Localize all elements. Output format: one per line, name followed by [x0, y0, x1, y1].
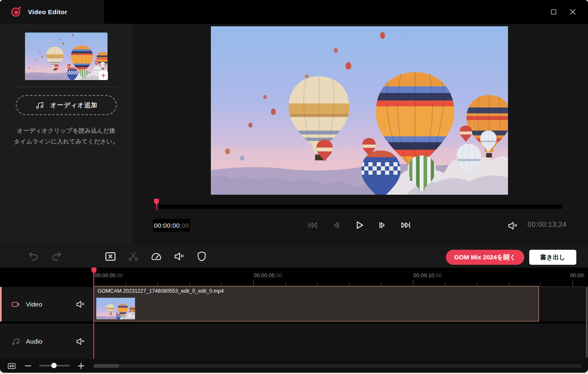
previous-frame-button[interactable]	[330, 219, 342, 231]
next-frame-icon	[377, 219, 388, 231]
sidebar-divider	[14, 87, 119, 87]
plus-icon	[77, 362, 85, 370]
timeline-clip[interactable]: GOMCAM 20231227_1746080553_edit_0_edit_0…	[94, 286, 539, 321]
timeline-zoom-slider[interactable]	[39, 365, 70, 366]
video-track-mute-button[interactable]	[75, 299, 86, 310]
play-button[interactable]	[353, 219, 365, 231]
preview-seek-bar[interactable]	[160, 205, 562, 209]
media-clip-thumbnail[interactable]	[25, 33, 108, 80]
clip-thumbnail	[96, 298, 135, 319]
timeline-vertical-scrollbar[interactable]	[586, 287, 588, 358]
undo-icon	[28, 250, 40, 263]
total-duration-display: 00:00:13;24	[528, 221, 567, 228]
media-sidebar: オーディオ追加 オーディオクリップを読み込んだ後 タイムラインに入れてみてくださ…	[0, 24, 133, 245]
add-audio-button[interactable]: オーディオ追加	[16, 95, 117, 115]
fit-to-width-button[interactable]	[6, 361, 17, 371]
preview-volume-button[interactable]	[507, 220, 518, 231]
app-title: Video Editor	[28, 8, 68, 16]
titlebar: Video Editor	[0, 0, 588, 24]
speaker-icon	[173, 250, 185, 263]
balloon-thumbnail-image	[25, 33, 108, 80]
clip-volume-button[interactable]	[173, 250, 185, 263]
close-button[interactable]	[563, 0, 582, 24]
skip-to-start-button[interactable]	[307, 219, 318, 231]
ruler-ticks-major	[94, 280, 588, 286]
zoom-out-button[interactable]	[24, 362, 32, 370]
redo-icon	[50, 250, 63, 263]
fit-to-width-icon	[6, 361, 17, 371]
speaker-icon	[507, 220, 519, 232]
playhead-pin-icon	[91, 267, 97, 274]
zoom-in-button[interactable]	[77, 362, 85, 370]
audio-hint-text: オーディオクリップを読み込んだ後 タイムラインに入れてみてください。	[0, 125, 133, 147]
timeline-playhead-line	[93, 272, 94, 359]
maximize-button[interactable]	[544, 0, 563, 24]
audio-track-header[interactable]: Audio	[0, 324, 94, 359]
music-notes-icon	[11, 336, 20, 346]
next-frame-button[interactable]	[377, 219, 388, 231]
audio-track-mute-button[interactable]	[75, 336, 86, 347]
audio-track-label: Audio	[26, 338, 43, 345]
remove-clip-button[interactable]	[104, 250, 117, 263]
ruler-label: 00:00:10;00	[413, 273, 442, 279]
open-gom-mix-button[interactable]: GOM Mix 2024を開く	[446, 250, 524, 265]
maximize-icon	[550, 8, 557, 15]
horizontal-scrollbar-thumb[interactable]	[93, 364, 119, 368]
speed-gauge-icon	[150, 250, 163, 263]
close-icon	[569, 8, 577, 16]
scissors-icon	[127, 250, 140, 263]
timeline-panel: 00:00:00;00 00:00:05;00 00:00:10;00 00:0…	[0, 268, 588, 359]
video-track-label: Video	[26, 301, 42, 308]
video-track-selected-indicator	[0, 287, 2, 321]
undo-button[interactable]	[28, 250, 40, 263]
export-button[interactable]: 書き出し	[529, 250, 576, 265]
edit-toolbar: GOM Mix 2024を開く 書き出し	[0, 245, 588, 268]
audio-track-lane[interactable]	[94, 324, 588, 359]
timeline-zoom-bar	[0, 359, 588, 373]
video-track-header[interactable]: Video	[0, 287, 94, 321]
app-window: Video Editor オーディオ追加 オーディオクリップを読み込んだ後 タイ…	[0, 0, 588, 373]
balloon-thumbnail-image	[96, 298, 135, 319]
video-camera-icon	[11, 299, 20, 309]
ruler-label: 00:00:05;00	[254, 273, 282, 279]
shield-icon	[195, 250, 208, 263]
balloon-video-frame	[211, 26, 508, 195]
current-time-display: 00:00:00;00	[153, 219, 190, 232]
remove-box-x-icon	[104, 250, 117, 263]
app-logo-icon	[11, 7, 22, 17]
skip-to-end-icon	[400, 219, 412, 231]
speed-button[interactable]	[150, 250, 163, 263]
previous-frame-icon	[330, 219, 342, 231]
clip-filename: GOMCAM 20231227_1746080553_edit_0_edit_0…	[98, 288, 224, 294]
play-icon	[353, 219, 365, 231]
speaker-icon	[75, 336, 86, 347]
minus-icon	[24, 362, 32, 370]
plus-icon	[100, 73, 106, 78]
skip-to-start-icon	[307, 219, 318, 231]
zoom-slider-knob[interactable]	[51, 363, 57, 368]
speaker-icon	[75, 299, 86, 310]
timeline-horizontal-scrollbar[interactable]	[93, 364, 581, 368]
add-audio-label: オーディオ追加	[50, 101, 98, 109]
preview-panel: 00:00:00;00 00:00:13;24	[133, 24, 588, 245]
protect-button[interactable]	[195, 250, 208, 263]
skip-to-end-button[interactable]	[400, 219, 412, 231]
timeline-playhead-handle[interactable]	[91, 267, 97, 274]
add-clip-button[interactable]	[99, 71, 108, 80]
timeline-ruler[interactable]: 00:00:00;00 00:00:05;00 00:00:10;00 00:0…	[0, 268, 588, 287]
redo-button[interactable]	[50, 250, 63, 263]
titlebar-tab: Video Editor	[0, 0, 104, 24]
video-preview	[211, 26, 508, 195]
cut-button[interactable]	[127, 250, 140, 263]
ruler-label: 00:00:00;00	[95, 273, 123, 279]
audio-track: Audio	[0, 324, 588, 359]
preview-playhead-handle[interactable]	[154, 198, 159, 210]
music-notes-icon	[35, 100, 45, 110]
ruler-label: 00:00:	[570, 273, 585, 279]
